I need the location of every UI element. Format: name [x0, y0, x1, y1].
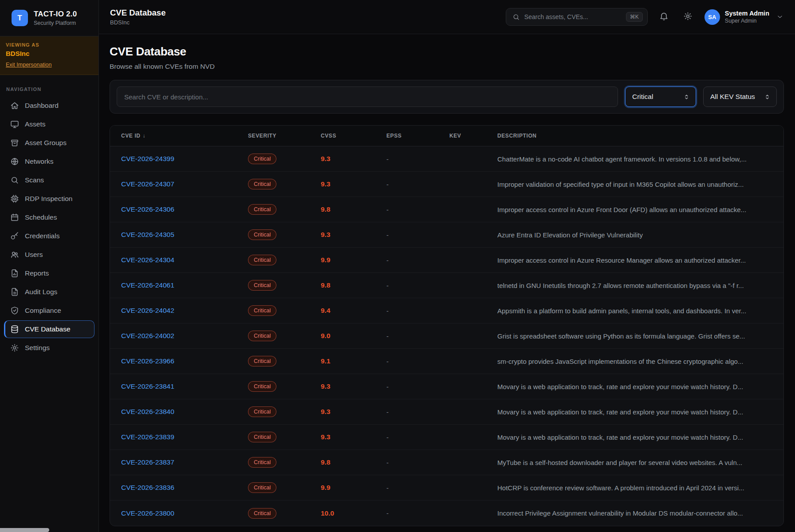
cve-description: Movary is a web application to track, ra…	[497, 408, 772, 416]
cve-id-link[interactable]: CVE-2026-24305	[121, 231, 174, 238]
cve-search-input[interactable]	[117, 87, 618, 107]
nav-item-audit-logs[interactable]: Audit Logs	[4, 283, 94, 301]
impersonation-banner: VIEWING AS BDSInc Exit Impersonation	[0, 36, 98, 75]
nav-item-scans[interactable]: Scans	[4, 171, 94, 189]
cvss-score: 9.9	[321, 484, 386, 492]
table-row: CVE-2026-24399 Critical 9.3 - ChatterMat…	[110, 146, 783, 172]
table-row: CVE-2026-23839 Critical 9.3 - Movary is …	[110, 425, 783, 450]
sort-arrow-icon: ↓	[143, 133, 146, 139]
nav-item-assets[interactable]: Assets	[4, 115, 94, 133]
cve-id-link[interactable]: CVE-2026-23839	[121, 433, 174, 441]
home-icon	[10, 101, 19, 110]
cve-id-link[interactable]: CVE-2026-24061	[121, 281, 174, 289]
main-area: CVE Database BDSInc ⌘K SA Sy	[99, 0, 795, 532]
search-icon	[512, 13, 520, 21]
app-tagline: Security Platform	[34, 20, 77, 26]
nav-item-schedules[interactable]: Schedules	[4, 209, 94, 226]
sidebar: T TACT-IO 2.0 Security Platform VIEWING …	[0, 0, 99, 532]
nav-item-dashboard[interactable]: Dashboard	[4, 97, 94, 114]
nav-item-label: RDP Inspection	[25, 195, 72, 203]
cve-description: sm-crypto provides JavaScript implementa…	[497, 358, 772, 365]
severity-badge: Critical	[248, 356, 276, 366]
user-menu[interactable]: SA System Admin Super Admin	[704, 9, 784, 25]
cve-id-link[interactable]: CVE-2026-23841	[121, 382, 174, 390]
topbar-actions: ⌘K SA System Admin Super Admin	[506, 8, 784, 26]
global-search[interactable]: ⌘K	[506, 8, 648, 26]
nav-item-cve-database[interactable]: CVE Database	[4, 320, 94, 338]
nav-item-label: Assets	[25, 120, 46, 128]
nav-item-networks[interactable]: Networks	[4, 153, 94, 170]
cvss-score: 9.8	[321, 458, 386, 466]
nav-item-label: Networks	[25, 158, 54, 166]
nav-item-label: Reports	[25, 269, 49, 277]
table-row: CVE-2026-24307 Critical 9.3 - Improper v…	[110, 172, 783, 197]
epss-value: -	[386, 181, 449, 188]
nav-item-label: Settings	[25, 344, 50, 352]
nav-item-settings[interactable]: Settings	[4, 339, 94, 357]
topbar-subtitle: BDSInc	[110, 19, 165, 26]
column-header-cve-id[interactable]: CVE ID↓	[121, 133, 248, 139]
cvss-score: 9.8	[321, 205, 386, 213]
epss-value: -	[386, 459, 449, 466]
cvss-score: 9.3	[321, 382, 386, 390]
epss-value: -	[386, 307, 449, 315]
cve-id-link[interactable]: CVE-2026-23837	[121, 458, 174, 466]
cve-description: MyTube is a self-hosted downloader and p…	[497, 459, 772, 466]
cve-description: Improper access control in Azure Front D…	[497, 206, 772, 213]
nav-item-label: Schedules	[25, 213, 57, 221]
cve-id-link[interactable]: CVE-2026-23800	[121, 509, 174, 517]
nav-item-rdp-inspection[interactable]: RDP Inspection	[4, 190, 94, 208]
epss-value: -	[386, 155, 449, 163]
cve-description: Movary is a web application to track, ra…	[497, 383, 772, 390]
column-header-description[interactable]: DESCRIPTION	[497, 133, 772, 139]
nav-item-label: Compliance	[25, 307, 61, 315]
nav-item-users[interactable]: Users	[4, 246, 94, 264]
gear-icon	[10, 343, 19, 352]
epss-value: -	[386, 206, 449, 213]
kev-status-select[interactable]: All KEV Status	[703, 87, 777, 107]
page-content: CVE Database Browse all known CVEs from …	[99, 34, 795, 532]
scrollbar-thumb[interactable]	[0, 528, 49, 532]
column-header-severity[interactable]: SEVERITY	[248, 133, 321, 139]
impersonation-tenant: BDSInc	[6, 50, 93, 57]
topbar-heading: CVE Database BDSInc	[110, 8, 165, 26]
global-search-input[interactable]	[524, 13, 622, 20]
epss-value: -	[386, 358, 449, 365]
cve-id-link[interactable]: CVE-2026-24399	[121, 155, 174, 162]
nav-item-reports[interactable]: Reports	[4, 264, 94, 282]
cve-description: Grist is spreadsheet software using Pyth…	[497, 332, 772, 340]
nav-item-label: Audit Logs	[25, 288, 57, 296]
cve-id-link[interactable]: CVE-2026-24002	[121, 332, 174, 339]
cve-id-link[interactable]: CVE-2026-24304	[121, 256, 174, 264]
cve-id-link[interactable]: CVE-2026-23840	[121, 408, 174, 415]
nav-item-asset-groups[interactable]: Asset Groups	[4, 134, 94, 152]
table-row: CVE-2026-24002 Critical 9.0 - Grist is s…	[110, 323, 783, 349]
cve-id-link[interactable]: CVE-2026-24042	[121, 307, 174, 314]
cve-id-link[interactable]: CVE-2026-24306	[121, 205, 174, 213]
column-header-epss[interactable]: EPSS	[386, 133, 449, 139]
column-header-cvss[interactable]: CVSS	[321, 133, 386, 139]
column-header-kev[interactable]: KEV	[449, 133, 497, 139]
app-name: TACT-IO 2.0	[34, 10, 77, 19]
brand-text: TACT-IO 2.0 Security Platform	[34, 10, 77, 26]
exit-impersonation-link[interactable]: Exit Impersonation	[6, 62, 52, 68]
nav-list: Dashboard Assets Asset Groups Networks S…	[0, 96, 98, 357]
cve-id-link[interactable]: CVE-2026-23966	[121, 357, 174, 365]
nav-item-credentials[interactable]: Credentials	[4, 227, 94, 245]
severity-select-value: Critical	[632, 93, 653, 101]
table-row: CVE-2026-23836 Critical 9.9 - HotCRP is …	[110, 475, 783, 500]
settings-button[interactable]	[681, 9, 696, 24]
severity-badge: Critical	[248, 432, 276, 442]
severity-badge: Critical	[248, 280, 276, 291]
epss-value: -	[386, 433, 449, 441]
cve-id-link[interactable]: CVE-2026-23836	[121, 484, 174, 491]
nav-item-label: Asset Groups	[25, 139, 67, 147]
cve-id-link[interactable]: CVE-2026-24307	[121, 180, 174, 188]
severity-select[interactable]: Critical	[625, 87, 696, 107]
notifications-button[interactable]	[657, 9, 672, 24]
cve-description: Improper access control in Azure Resourc…	[497, 256, 772, 264]
severity-badge: Critical	[248, 305, 276, 316]
cve-description: Movary is a web application to track, ra…	[497, 433, 772, 441]
nav-item-compliance[interactable]: Compliance	[4, 302, 94, 319]
nav-item-label: Users	[25, 251, 43, 259]
